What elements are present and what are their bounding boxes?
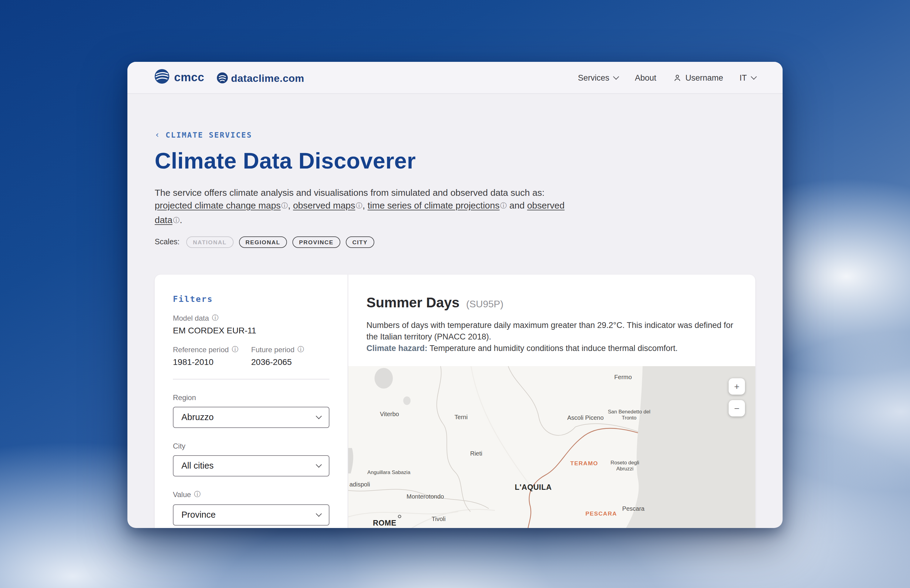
intro-prefix: The service offers climate analysis and … (155, 186, 580, 199)
info-icon[interactable]: ⓘ (173, 216, 180, 223)
chevron-down-icon (613, 73, 619, 79)
map-label-teramo: TERAMO (570, 460, 598, 467)
app-header: cmcc dataclime.com Se (127, 62, 783, 94)
map-label-monterotondo: Monterotondo (406, 493, 444, 500)
info-icon[interactable]: ⓘ (212, 313, 219, 323)
city-select[interactable]: All cities (173, 455, 329, 477)
map-label-anguillara: Anguillara Sabazia (367, 469, 411, 475)
cmcc-logo[interactable]: cmcc (154, 68, 204, 87)
map-label-terni: Terni (454, 414, 468, 420)
info-icon[interactable]: ⓘ (500, 202, 507, 209)
cmcc-logo-text: cmcc (174, 71, 204, 84)
zoom-in-button[interactable]: + (729, 378, 745, 395)
value-select-value: Province (181, 510, 216, 520)
region-select[interactable]: Abruzzo (173, 407, 329, 428)
model-data-label: Model data (173, 314, 209, 323)
value-label: Value ⓘ (173, 490, 329, 499)
climate-hazard-label: Climate hazard: (366, 344, 427, 353)
page-content: ‹ CLIMATE SERVICES Climate Data Discover… (127, 130, 783, 528)
app-window: cmcc dataclime.com Se (127, 62, 783, 528)
indicator-description: Numbers of days with temperature daily m… (366, 320, 737, 354)
dataclime-logo-text: dataclime.com (231, 73, 304, 84)
link-time-series[interactable]: time series of climate projections (368, 200, 500, 210)
cmcc-globe-icon (154, 68, 170, 87)
info-icon[interactable]: ⓘ (281, 202, 288, 209)
lake-shape (375, 368, 393, 389)
map-label-pescara-prov: PESCARA (585, 510, 617, 517)
filters-divider (173, 379, 329, 380)
climate-hazard-text: Temperature and humidity conditions that… (427, 344, 678, 353)
future-period-label: Future period (251, 346, 295, 354)
map-label-rome: ROME (373, 519, 396, 527)
indicator-panel: Summer Days (SU95P) Numbers of days with… (348, 275, 755, 528)
map-label-rieti: Rieti (470, 450, 482, 457)
nav-about[interactable]: About (635, 73, 656, 82)
scale-pill-national: NATIONAL (186, 236, 233, 248)
region-label: Region (173, 393, 329, 402)
nav-user-label: Username (685, 73, 723, 82)
dataclime-logo[interactable]: dataclime.com (217, 71, 304, 84)
page-title: Climate Data Discoverer (155, 149, 755, 174)
nav-about-label: About (635, 73, 656, 82)
link-observed-maps[interactable]: observed maps (293, 200, 355, 210)
map-label-laquila: L'AQUILA (515, 483, 552, 492)
breadcrumb-label: CLIMATE SERVICES (166, 130, 253, 139)
nav-language[interactable]: IT (740, 73, 756, 82)
indicator-header: Summer Days (SU95P) (366, 295, 737, 311)
filters-heading: Filters (173, 294, 329, 304)
city-label: City (173, 442, 329, 451)
filters-panel: Filters Model data ⓘ EM CORDEX EUR-11 Re… (155, 275, 348, 528)
map-label-tivoli: Tivoli (432, 515, 445, 522)
map-label-san-benedetto: San Benedetto del Tronto (607, 409, 651, 421)
separator: and (507, 200, 527, 210)
reference-period-value: 1981-2010 (173, 357, 251, 367)
chevron-down-icon (751, 73, 757, 79)
intro-paragraph: The service offers climate analysis and … (155, 186, 580, 227)
scales-label: Scales: (155, 238, 180, 246)
map-label-ladispoli: adispoli (350, 481, 370, 488)
breadcrumb[interactable]: ‹ CLIMATE SERVICES (155, 130, 755, 139)
zoom-out-button[interactable]: − (729, 400, 745, 417)
reference-period-col: Reference period ⓘ 1981-2010 (173, 335, 251, 367)
reference-period-label-row: Reference period ⓘ (173, 346, 251, 355)
link-projected-climate-change-maps[interactable]: projected climate change maps (155, 200, 280, 210)
period: . (180, 214, 182, 225)
future-period-label-row: Future period ⓘ (251, 346, 329, 355)
chevron-down-icon (316, 413, 322, 419)
region-select-value: Abruzzo (181, 412, 214, 422)
value-label-text: Value (173, 491, 191, 499)
scale-pill-province[interactable]: PROVINCE (292, 236, 340, 248)
nav-services[interactable]: Services (578, 73, 619, 82)
info-icon[interactable]: ⓘ (298, 345, 304, 354)
future-period-col: Future period ⓘ 2036-2065 (251, 335, 329, 367)
model-data-value: EM CORDEX EUR-11 (173, 326, 329, 335)
value-select[interactable]: Province (173, 504, 329, 525)
map-canvas (348, 366, 755, 528)
scales-row: Scales: NATIONAL REGIONAL PROVINCE CITY (155, 236, 755, 248)
city-select-value: All cities (181, 461, 214, 471)
indicator-map[interactable]: Fermo Viterbo Terni Ascoli Piceno San Be… (348, 366, 755, 528)
user-icon (672, 73, 682, 82)
map-label-ascoli-piceno: Ascoli Piceno (567, 414, 604, 421)
data-panel: Filters Model data ⓘ EM CORDEX EUR-11 Re… (155, 275, 755, 528)
nav-services-label: Services (578, 73, 609, 82)
future-period-value: 2036-2065 (251, 357, 329, 367)
chevron-down-icon (316, 462, 322, 468)
main-nav: Services About Username IT (578, 73, 756, 82)
chevron-down-icon (316, 511, 322, 517)
nav-user[interactable]: Username (672, 73, 723, 82)
scale-pill-city[interactable]: CITY (346, 236, 375, 248)
separator: , (288, 200, 293, 210)
city-label-text: City (173, 442, 185, 451)
reference-period-label: Reference period (173, 346, 229, 354)
nav-language-label: IT (740, 73, 747, 82)
info-icon[interactable]: ⓘ (232, 345, 238, 354)
region-label-text: Region (173, 393, 196, 402)
scale-pill-regional[interactable]: REGIONAL (239, 236, 287, 248)
info-icon[interactable]: ⓘ (194, 490, 201, 499)
map-label-fermo: Fermo (614, 374, 632, 380)
dataclime-icon (217, 72, 228, 86)
page: cmcc dataclime.com Se (0, 0, 910, 588)
map-zoom-controls: + − (729, 378, 745, 417)
info-icon[interactable]: ⓘ (356, 202, 363, 209)
